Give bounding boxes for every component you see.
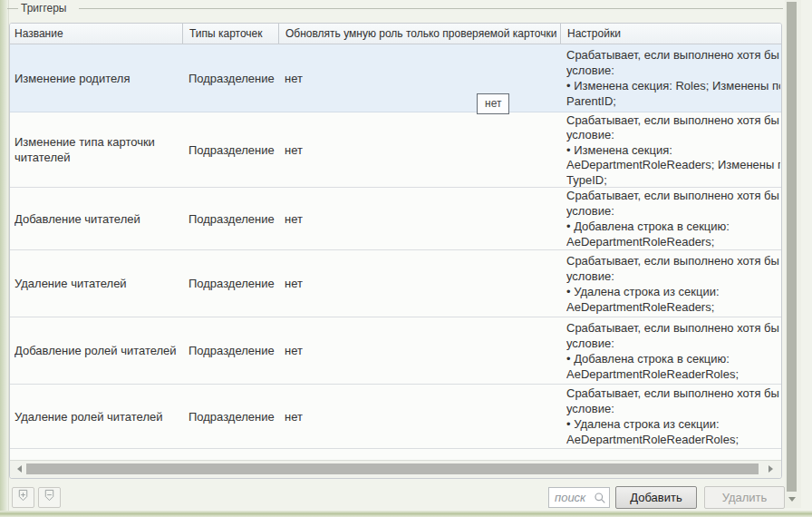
triggers-panel-window: Триггеры Название Типы карточек Обновлят… bbox=[0, 0, 812, 517]
trigger-settings: Срабатывает, если выполнено хотя бы о ус… bbox=[566, 317, 780, 384]
table-row[interactable]: Изменение родителя Подразделение нет Сра… bbox=[10, 44, 781, 112]
column-header-settings[interactable]: Настройки bbox=[560, 24, 781, 44]
trigger-update-only: нет bbox=[285, 385, 375, 448]
table-row[interactable]: Изменение типа карточки читателей Подраз… bbox=[10, 112, 781, 188]
add-button[interactable]: Добавить bbox=[615, 486, 697, 509]
trigger-update-only: нет bbox=[285, 317, 375, 384]
trigger-settings: Срабатывает, если выполнено хотя бы о ус… bbox=[566, 188, 780, 249]
vertical-scrollbar[interactable] bbox=[785, 0, 801, 508]
column-header-update-only[interactable]: Обновлять умную роль только проверяемой … bbox=[278, 24, 560, 44]
trigger-update-only: нет bbox=[285, 188, 375, 249]
table-row[interactable]: Добавление читателей Подразделение нет С… bbox=[10, 188, 781, 250]
horizontal-scrollbar[interactable] bbox=[10, 460, 781, 478]
shield-plus-button[interactable] bbox=[12, 487, 34, 508]
trigger-card-types: Подразделение bbox=[188, 188, 279, 249]
table-row[interactable]: Удаление ролей читателей Подразделение н… bbox=[10, 385, 781, 449]
trigger-name: Добавление читателей bbox=[14, 188, 182, 249]
column-header-card-types[interactable]: Типы карточек bbox=[182, 24, 278, 44]
search-box bbox=[548, 487, 610, 508]
table-row[interactable]: Удаление читателей Подразделение нет Сра… bbox=[10, 250, 781, 317]
trigger-name: Изменение родителя bbox=[14, 44, 182, 112]
trigger-settings: Срабатывает, если выполнено хотя бы о ус… bbox=[566, 250, 780, 317]
trigger-name: Удаление читателей bbox=[14, 250, 182, 317]
tooltip: нет bbox=[477, 93, 509, 114]
trigger-card-types: Подразделение bbox=[188, 44, 279, 112]
trigger-settings: Срабатывает, если выполнено хотя бы о ус… bbox=[566, 385, 780, 448]
groupbox-border-line bbox=[7, 8, 18, 9]
triggers-table: Название Типы карточек Обновлять умную р… bbox=[9, 23, 782, 479]
trigger-update-only: нет bbox=[285, 112, 375, 187]
trigger-update-only: нет bbox=[285, 44, 375, 112]
trigger-update-only: нет bbox=[285, 250, 375, 317]
trigger-name: Изменение типа карточки читателей bbox=[14, 112, 182, 187]
trigger-settings: Срабатывает, если выполнено хотя бы о ус… bbox=[566, 44, 780, 112]
column-header-name[interactable]: Название bbox=[14, 24, 182, 44]
shield-minus-icon bbox=[43, 489, 56, 506]
table-header: Название Типы карточек Обновлять умную р… bbox=[10, 24, 781, 44]
vertical-scrollbar-thumb[interactable] bbox=[787, 2, 797, 492]
trigger-card-types: Подразделение bbox=[188, 250, 279, 317]
window-bottom-edge bbox=[0, 511, 812, 517]
trigger-settings: Срабатывает, если выполнено хотя бы о ус… bbox=[566, 112, 780, 187]
search-icon bbox=[594, 492, 606, 504]
shield-plus-icon bbox=[16, 489, 30, 506]
trigger-card-types: Подразделение bbox=[188, 112, 279, 187]
window-left-edge bbox=[0, 0, 9, 512]
scroll-right-arrow-icon[interactable] bbox=[768, 465, 773, 473]
scroll-left-arrow-icon[interactable] bbox=[17, 465, 22, 473]
groupbox-title: Триггеры bbox=[21, 2, 67, 15]
trigger-name: Удаление ролей читателей bbox=[14, 385, 182, 448]
horizontal-scrollbar-thumb[interactable] bbox=[26, 463, 759, 474]
table-row[interactable]: Добавление ролей читателей Подразделение… bbox=[10, 317, 781, 385]
groupbox-border-line bbox=[79, 8, 783, 9]
trigger-name: Добавление ролей читателей bbox=[14, 317, 182, 384]
trigger-card-types: Подразделение bbox=[188, 385, 279, 448]
trigger-card-types: Подразделение bbox=[188, 317, 279, 384]
shield-minus-button[interactable] bbox=[38, 487, 61, 508]
delete-button[interactable]: Удалить bbox=[704, 486, 785, 509]
scroll-down-arrow-icon[interactable] bbox=[788, 497, 796, 502]
